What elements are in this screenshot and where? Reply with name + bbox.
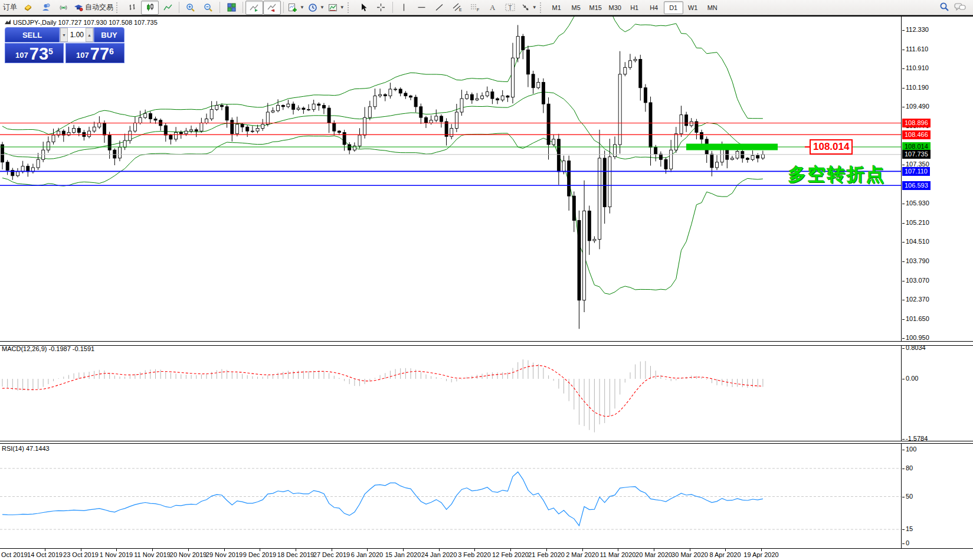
bar-chart-button[interactable] xyxy=(123,1,141,15)
crosshair-icon xyxy=(376,3,385,12)
date-tick-label: 20 Mar 2020 xyxy=(635,551,672,558)
axis-tick-label: 50 xyxy=(906,493,913,500)
toolbar-separator xyxy=(179,2,179,13)
timeframe-m1-button[interactable]: M1 xyxy=(547,1,566,14)
axis-tick-label: 110.910 xyxy=(906,64,929,71)
new-order-label: 订单 xyxy=(3,2,17,12)
horizontal-line-button[interactable] xyxy=(413,1,431,15)
axis-tick-mark xyxy=(902,379,905,379)
fibonacci-icon: F xyxy=(470,3,480,12)
mt4-terminal: { "toolbar": { "order_label": "订单", "aut… xyxy=(0,0,973,560)
signals-button[interactable] xyxy=(54,1,72,15)
axis-tick-mark xyxy=(902,204,905,204)
candlestick-chart-icon xyxy=(146,3,155,12)
new-chart-button[interactable]: ▼ xyxy=(286,1,306,15)
axis-tick-mark xyxy=(902,450,905,450)
date-tick-label: 6 Jan 2020 xyxy=(351,551,383,558)
channel-button[interactable]: E xyxy=(448,1,466,15)
arrows-icon xyxy=(521,3,530,12)
svg-text:E: E xyxy=(459,8,462,12)
text-button[interactable]: A xyxy=(484,1,502,15)
price-axis[interactable]: 112.330111.610110.910110.190109.490108.7… xyxy=(902,17,973,548)
template-icon xyxy=(328,3,338,12)
date-axis[interactable]: Oct 201914 Oct 201923 Oct 20191 Nov 2019… xyxy=(0,549,973,560)
vertical-line-icon xyxy=(400,3,408,12)
trendline-button[interactable] xyxy=(431,1,448,15)
chat-icon[interactable] xyxy=(954,2,966,13)
date-tick-label: 30 Mar 2020 xyxy=(671,551,708,558)
toolbar-grip xyxy=(348,2,352,13)
price-badge: 107.735 xyxy=(902,150,931,159)
new-chart-icon xyxy=(288,3,297,12)
timeframe-m15-button[interactable]: M15 xyxy=(586,1,605,14)
toolbar-separator xyxy=(220,2,220,13)
timeframe-h4-button[interactable]: H4 xyxy=(644,1,664,14)
axis-tick-label: 0.00 xyxy=(906,375,918,382)
candlestick-chart-button[interactable] xyxy=(141,1,159,15)
axis-tick-label: 110.190 xyxy=(906,84,929,91)
turning-point-annotation[interactable]: 多空转折点 xyxy=(788,163,886,187)
axis-tick-label: 112.330 xyxy=(906,26,929,33)
buy-button[interactable]: BUY xyxy=(94,27,125,42)
periods-button[interactable]: ▼ xyxy=(306,1,326,15)
rsi-indicator-pane[interactable] xyxy=(0,444,902,548)
clock-icon xyxy=(308,3,317,12)
axis-tick-label: 100 xyxy=(906,446,916,453)
svg-text:T: T xyxy=(509,5,512,11)
volume-decrease-button[interactable]: ▼ xyxy=(60,28,68,42)
zoom-in-button[interactable] xyxy=(182,1,199,15)
macd-chart-canvas[interactable] xyxy=(0,346,901,441)
axis-tick-mark xyxy=(902,68,905,69)
sell-button[interactable]: SELL xyxy=(5,27,60,42)
toolbar-separator xyxy=(243,2,243,13)
timeframe-w1-button[interactable]: W1 xyxy=(683,1,703,14)
timeframe-d1-button[interactable]: D1 xyxy=(664,1,683,14)
buy-price-pip: 6 xyxy=(109,47,114,56)
price-badge: 106.593 xyxy=(902,181,931,190)
auto-scroll-button[interactable] xyxy=(245,1,263,15)
timeframe-m5-button[interactable]: M5 xyxy=(566,1,586,14)
template-button[interactable]: ▼ xyxy=(326,1,346,15)
timeframe-mn-button[interactable]: MN xyxy=(703,1,722,14)
market-depth-button[interactable] xyxy=(19,1,37,15)
price-level-label[interactable]: 108.014 xyxy=(810,139,853,155)
timeframe-m30-button[interactable]: M30 xyxy=(605,1,625,14)
main-chart-pane[interactable] xyxy=(0,17,902,341)
date-tick-label: 12 Feb 2020 xyxy=(492,551,529,558)
date-tick-label: 1 Nov 2019 xyxy=(100,551,133,558)
toolbar-grip xyxy=(116,2,121,13)
auto-scroll-icon xyxy=(250,3,259,12)
crosshair-button[interactable] xyxy=(372,1,390,15)
arrows-button[interactable]: ▼ xyxy=(519,1,539,15)
axis-tick-mark xyxy=(902,88,905,89)
volume-increase-button[interactable]: ▲ xyxy=(86,28,93,42)
buy-price-display[interactable]: 107 77 6 xyxy=(65,43,125,63)
zoom-out-button[interactable] xyxy=(199,1,217,15)
date-tick-label: 14 Oct 2019 xyxy=(27,551,63,558)
tile-windows-button[interactable] xyxy=(222,1,240,15)
chart-shift-button[interactable] xyxy=(263,1,281,15)
search-icon[interactable] xyxy=(939,2,949,13)
text-label-button[interactable]: T xyxy=(502,1,519,15)
axis-tick-mark xyxy=(902,261,905,262)
volume-input[interactable]: 1.00 xyxy=(68,31,86,39)
macd-indicator-pane[interactable] xyxy=(0,346,902,441)
auto-trading-button[interactable]: 自动交易 xyxy=(72,1,115,15)
cursor-button[interactable] xyxy=(355,1,372,15)
candlestick-chart-canvas[interactable] xyxy=(0,17,901,341)
axis-tick-mark xyxy=(902,30,905,31)
date-tick-label: 15 Jan 2020 xyxy=(385,551,421,558)
axis-tick-mark xyxy=(902,439,905,440)
line-chart-button[interactable] xyxy=(159,1,176,15)
date-tick-label: 8 Apr 2020 xyxy=(709,551,741,558)
new-order-button[interactable]: 订单 xyxy=(1,1,19,15)
rsi-chart-canvas[interactable] xyxy=(0,444,901,548)
pane-separator[interactable] xyxy=(0,341,973,346)
svg-text:F: F xyxy=(477,8,479,12)
sell-price-display[interactable]: 107 73 5 xyxy=(5,43,64,63)
timeframe-h1-button[interactable]: H1 xyxy=(625,1,644,14)
axis-tick-mark xyxy=(902,529,905,530)
fibonacci-button[interactable]: F xyxy=(466,1,484,15)
community-button[interactable] xyxy=(37,1,54,15)
vertical-line-button[interactable] xyxy=(395,1,413,15)
